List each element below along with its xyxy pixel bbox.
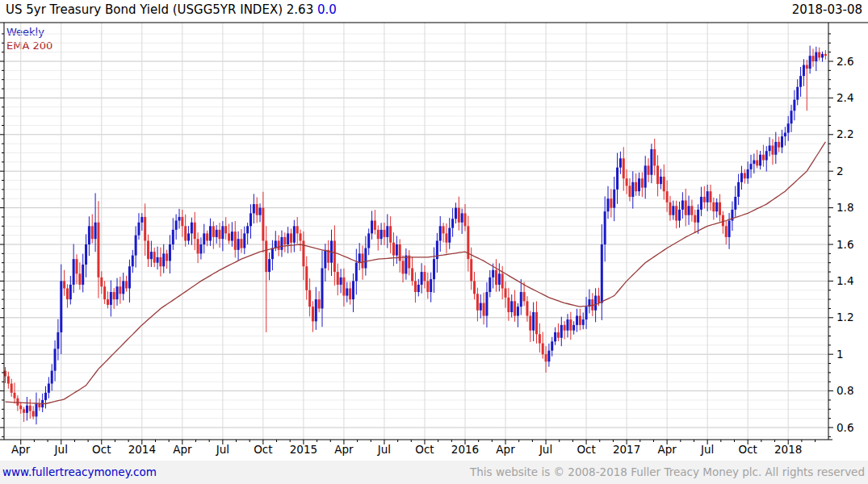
candle-body: [501, 273, 504, 288]
candle-body: [82, 265, 84, 285]
candle-body: [551, 341, 553, 350]
candle-body: [607, 198, 610, 211]
candle-body: [172, 230, 174, 244]
x-tick-label: Jul: [216, 443, 229, 456]
y-tick-label: 2: [837, 165, 844, 177]
candle-body: [91, 226, 94, 239]
candle-body: [529, 316, 531, 331]
candle-body: [576, 316, 578, 325]
candle-body: [569, 319, 572, 331]
candle-body: [414, 281, 417, 292]
candle-body: [85, 244, 87, 265]
candle-body: [815, 52, 817, 61]
candle-body: [539, 334, 541, 343]
candle-body: [78, 273, 81, 285]
candle-body: [648, 165, 650, 174]
candle-body: [237, 239, 240, 250]
candle-body: [473, 281, 476, 294]
candle-body: [799, 76, 802, 87]
candle-body: [159, 257, 161, 266]
candle-body: [94, 223, 97, 239]
candle-body: [510, 301, 513, 312]
candle-body: [199, 244, 202, 253]
candle-body: [811, 56, 814, 61]
candle-body: [364, 248, 367, 269]
candle-body: [100, 277, 103, 286]
candle-body: [38, 403, 40, 407]
candle-body: [374, 220, 376, 229]
candle-body: [137, 223, 140, 236]
candle-body: [253, 204, 255, 213]
candle-body: [150, 252, 153, 259]
candle-body: [97, 223, 99, 277]
candle-body: [321, 269, 323, 309]
x-tick-label: Jul: [377, 443, 391, 456]
candle-body: [371, 220, 373, 233]
candle-body: [709, 191, 711, 202]
y-tick-label: 2.6: [837, 55, 853, 68]
candle-body: [778, 142, 780, 148]
candle-body: [451, 219, 454, 227]
candle-body: [44, 393, 47, 400]
x-tick-label: 2015: [290, 443, 317, 456]
candle-body: [582, 319, 585, 325]
candle-body: [157, 257, 159, 263]
candle-body: [774, 142, 777, 155]
candle-body: [318, 299, 321, 308]
candle-body: [340, 277, 342, 285]
candle-body: [402, 261, 405, 273]
candle-body: [224, 226, 227, 233]
price-chart[interactable]: 0.60.811.21.41.61.822.22.42.6AprJulOct20…: [0, 0, 868, 460]
candle-body: [7, 376, 10, 383]
x-tick-label: Oct: [254, 443, 272, 456]
y-tick-label: 2.4: [837, 91, 853, 104]
candle-body: [16, 398, 19, 406]
website-link[interactable]: www.fullertreacymoney.com: [2, 465, 157, 478]
candle-body: [278, 240, 280, 249]
candle-body: [405, 256, 407, 274]
candle-body: [178, 217, 180, 221]
candle-body: [638, 178, 640, 191]
candle-body: [35, 403, 37, 416]
candle-body: [507, 298, 509, 312]
candle-body: [458, 208, 460, 223]
candle-body: [626, 178, 628, 186]
y-tick-label: 1.6: [837, 238, 853, 251]
candle-body: [377, 230, 379, 239]
candle-body: [219, 230, 221, 239]
candle-body: [697, 210, 699, 223]
candle-body: [495, 270, 497, 285]
candle-body: [613, 190, 615, 208]
candle-body: [153, 252, 156, 263]
candle-body: [113, 292, 115, 299]
candle-body: [656, 165, 659, 184]
candle-body: [73, 259, 75, 285]
candle-body: [759, 155, 761, 166]
y-tick-label: 2.2: [837, 127, 853, 140]
candle-body: [386, 226, 388, 237]
candle-body: [628, 186, 631, 197]
candle-body: [669, 202, 671, 215]
candle-body: [184, 226, 187, 240]
y-axis-labels: 0.60.811.21.41.61.822.22.42.6: [837, 55, 853, 434]
candle-body: [287, 233, 289, 244]
candle-body: [128, 266, 131, 288]
candle-body: [423, 272, 426, 281]
candle-body: [389, 226, 392, 242]
candle-body: [392, 243, 395, 256]
candle-body: [433, 259, 435, 279]
x-tick-label: 2014: [128, 443, 156, 456]
candle-body: [383, 230, 385, 237]
y-tick-label: 1.4: [837, 274, 853, 287]
candle-body: [492, 270, 494, 277]
candle-body: [63, 281, 65, 288]
candle-body: [14, 393, 16, 398]
candle-body: [765, 151, 768, 160]
candle-body: [212, 226, 215, 237]
candle-body: [722, 215, 724, 227]
candle-body: [119, 286, 121, 294]
candle-body: [355, 263, 358, 282]
candle-body: [747, 169, 749, 178]
candle-body: [103, 286, 106, 299]
candle-body: [660, 177, 662, 184]
